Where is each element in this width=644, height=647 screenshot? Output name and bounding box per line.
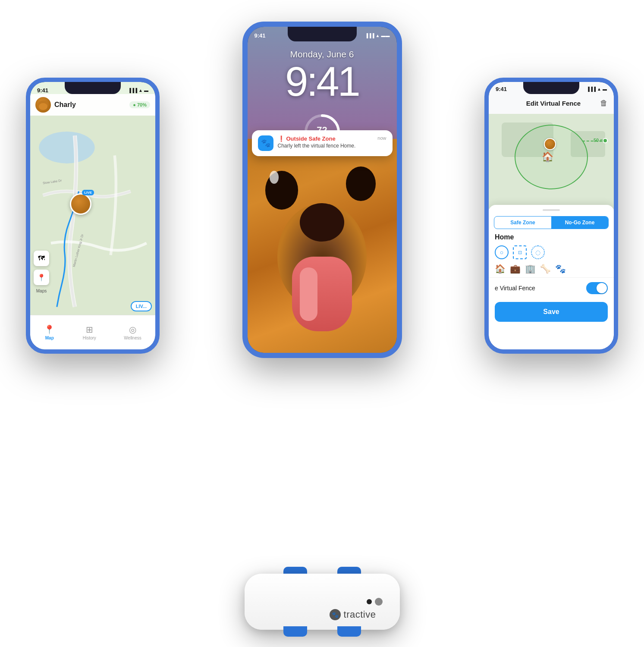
tab-no-go-zone[interactable]: No-Go Zone	[551, 217, 608, 229]
fence-emoji-icon[interactable]: 🏢	[525, 264, 536, 274]
left-phone: 9:41 ▐▐▐ ▲ ▬ Charly ● 70%	[26, 78, 160, 354]
tab-wellness[interactable]: ◎ Wellness	[119, 323, 146, 342]
notch-left	[65, 82, 121, 94]
right-phone: 9:41 ▐▐▐ ▲ ▬ Edit Virtual Fence 🗑 🏠	[484, 78, 618, 354]
battery-badge: ● 70%	[129, 101, 150, 108]
wellness-icon: ◎	[129, 324, 136, 335]
tracker-body: 🐾 tractive	[245, 574, 400, 630]
center-phone: 9:41 ▐▐▐ ▲ ▬▬ Monday, June 6	[242, 22, 402, 358]
bottom-sheet: Safe Zone No-Go Zone Home ○ ⊡ ◌ 🏠 💼 🏢 🦴	[489, 205, 614, 349]
tab-history[interactable]: ⊞ History	[78, 323, 101, 342]
svg-text:Martin Luther King Jr Dr: Martin Luther King Jr Dr	[72, 233, 85, 267]
tracker-button[interactable]	[375, 598, 383, 606]
dashed-rect-icon[interactable]: ⊡	[513, 245, 527, 259]
history-icon: ⊞	[86, 324, 93, 335]
toggle-switch[interactable]	[586, 282, 608, 294]
zone-tabs: Safe Zone No-Go Zone	[494, 216, 609, 229]
paw-emoji[interactable]: 🐾	[555, 264, 566, 274]
live-button[interactable]: LIV...	[131, 301, 152, 311]
status-icons-center: ▐▐▐ ▲ ▬▬	[365, 33, 390, 38]
notification-card: 🐾 ❗ Outside Safe Zone Charly left the vi…	[252, 130, 393, 156]
notification-title: ❗ Outside Safe Zone	[278, 135, 374, 142]
map-label: Maps	[36, 289, 47, 293]
live-badge: LIVE	[82, 190, 94, 195]
virtual-fence-circle: 🏠	[515, 125, 588, 189]
home-icon: 🏠	[542, 151, 553, 163]
pet-header: Charly ● 70%	[30, 94, 155, 116]
virtual-fence-toggle-row: e Virtual Fence	[489, 277, 614, 298]
status-icons-right: ▐▐▐ ▲ ▬	[587, 87, 607, 91]
house-emoji[interactable]: 🏠	[495, 264, 506, 274]
map-type-button[interactable]: 🗺	[34, 251, 49, 266]
logo-icon: 🐾	[330, 609, 341, 620]
dotted-circle-icon[interactable]: ◌	[531, 245, 545, 259]
tab-map[interactable]: 📍 Map	[39, 323, 60, 342]
tab-history-label: History	[83, 336, 96, 340]
tab-map-label: Map	[45, 336, 54, 340]
sheet-handle	[543, 209, 560, 211]
toggle-knob	[597, 283, 607, 293]
shape-icons-row: ○ ⊡ ◌	[489, 243, 614, 262]
bump-bottom-right	[337, 626, 361, 637]
pet-map-marker[interactable]: LIVE	[70, 193, 91, 215]
time-center: 9:41	[254, 32, 266, 39]
fence-icons-row: 🏠 💼 🏢 🦴 🐾	[489, 262, 614, 276]
time-right: 9:41	[496, 86, 507, 92]
tracker-bumps-bottom	[245, 626, 400, 637]
notification-content: ❗ Outside Safe Zone Charly left the virt…	[278, 135, 374, 151]
circle-shape-icon[interactable]: ○	[495, 245, 509, 259]
notification-time: now	[377, 135, 386, 151]
toggle-label: e Virtual Fence	[495, 285, 586, 292]
lock-time: 9:41	[248, 58, 397, 105]
pet-avatar	[35, 97, 51, 113]
gps-tracker: 🐾 tractive	[245, 574, 400, 630]
tab-safe-zone[interactable]: Safe Zone	[494, 217, 551, 229]
notification-icon: 🐾	[258, 135, 273, 151]
pet-name-label: Charly	[54, 101, 76, 109]
map-area[interactable]: Stow Lake Dr Martin Luther King Jr Dr LI…	[30, 116, 155, 315]
map-controls: 🗺 📍 Maps	[34, 251, 49, 293]
tab-bar-left: 📍 Map ⊞ History ◎ Wellness	[30, 315, 155, 349]
location-button[interactable]: 📍	[34, 270, 49, 285]
tracker-led	[367, 599, 372, 604]
time-left: 9:41	[37, 87, 48, 94]
notch-center	[288, 27, 357, 41]
bone-emoji[interactable]: 🦴	[540, 264, 551, 274]
svg-point-0	[39, 132, 94, 163]
trash-icon[interactable]: 🗑	[600, 99, 608, 108]
tracker-logo: 🐾 tractive	[330, 609, 376, 620]
map-icon: 📍	[44, 324, 55, 335]
logo-text: tractive	[344, 609, 376, 620]
briefcase-emoji[interactable]: 💼	[510, 264, 521, 274]
status-icons-left: ▐▐▐ ▲ ▬	[128, 88, 148, 93]
fence-endpoint-dot	[603, 138, 608, 143]
save-button[interactable]: Save	[495, 302, 608, 322]
fence-map[interactable]: 🏠 50 m	[489, 114, 614, 209]
right-phone-header: Edit Virtual Fence 🗑	[489, 92, 614, 114]
tab-wellness-label: Wellness	[124, 336, 141, 340]
zone-name-label: Home	[489, 229, 614, 243]
dog-photo	[248, 139, 397, 353]
dog-marker-fence	[544, 138, 556, 150]
notification-body: Charly left the virtual fence Home.	[278, 143, 374, 149]
svg-text:Stow Lake Dr: Stow Lake Dr	[43, 179, 63, 185]
bump-bottom-left	[283, 626, 307, 637]
notch-right	[523, 82, 579, 94]
header-title: Edit Virtual Fence	[507, 100, 600, 107]
